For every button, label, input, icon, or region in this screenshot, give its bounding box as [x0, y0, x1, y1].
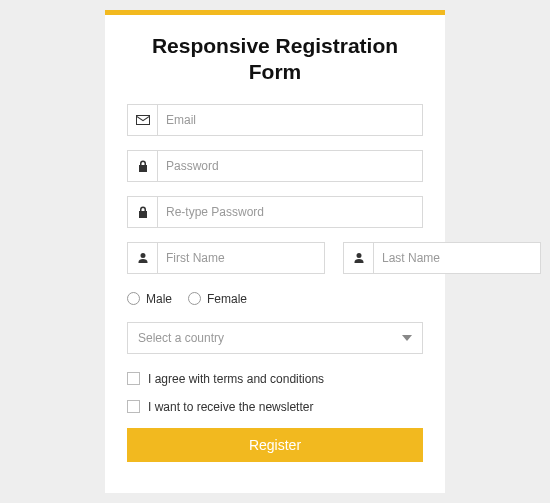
last-name-input[interactable] [374, 243, 540, 273]
terms-label: I agree with terms and conditions [148, 372, 324, 386]
email-input[interactable] [158, 105, 422, 135]
retype-password-field-wrapper [127, 196, 423, 228]
newsletter-checkbox-row[interactable]: I want to receive the newsletter [127, 400, 423, 414]
lock-icon [128, 151, 158, 181]
radio-male[interactable]: Male [127, 292, 172, 306]
checkbox-icon [127, 400, 140, 413]
user-icon [128, 243, 158, 273]
first-name-field-wrapper [127, 242, 325, 274]
last-name-field-wrapper [343, 242, 541, 274]
first-name-input[interactable] [158, 243, 324, 273]
name-row [127, 242, 423, 274]
password-field-wrapper [127, 150, 423, 182]
radio-female[interactable]: Female [188, 292, 247, 306]
chevron-down-icon [388, 335, 412, 341]
registration-card: Responsive Registration Form [105, 10, 445, 493]
country-select-placeholder: Select a country [138, 331, 224, 345]
radio-female-label: Female [207, 292, 247, 306]
password-input[interactable] [158, 151, 422, 181]
gender-radio-group: Male Female [127, 292, 423, 306]
newsletter-label: I want to receive the newsletter [148, 400, 313, 414]
radio-circle-icon [188, 292, 201, 305]
page-title: Responsive Registration Form [127, 33, 423, 86]
register-button[interactable]: Register [127, 428, 423, 462]
radio-circle-icon [127, 292, 140, 305]
radio-male-label: Male [146, 292, 172, 306]
lock-icon [128, 197, 158, 227]
country-select[interactable]: Select a country [127, 322, 423, 354]
email-field-wrapper [127, 104, 423, 136]
retype-password-input[interactable] [158, 197, 422, 227]
checkbox-icon [127, 372, 140, 385]
user-icon [344, 243, 374, 273]
terms-checkbox-row[interactable]: I agree with terms and conditions [127, 372, 423, 386]
envelope-icon [128, 105, 158, 135]
